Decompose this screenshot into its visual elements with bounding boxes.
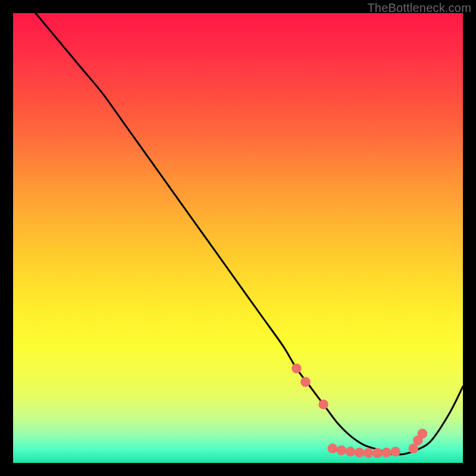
highlight-dot <box>300 377 311 387</box>
chart-plot-area <box>13 13 463 463</box>
highlight-dot <box>355 447 365 458</box>
highlight-dot <box>346 447 356 457</box>
chart-stage: TheBottleneck.com <box>0 0 476 476</box>
bottleneck-curve <box>36 13 463 455</box>
highlight-dot <box>328 444 338 454</box>
highlight-dot <box>292 364 302 374</box>
highlight-dot <box>418 429 428 439</box>
highlight-dot <box>381 447 392 458</box>
watermark-text: TheBottleneck.com <box>367 1 471 15</box>
highlight-dots-group <box>292 364 427 458</box>
chart-svg <box>13 13 463 463</box>
highlight-dot <box>390 447 400 457</box>
highlight-dot <box>372 448 383 458</box>
highlight-dot <box>318 399 328 409</box>
highlight-dot <box>364 448 374 458</box>
highlight-dot <box>337 446 347 456</box>
